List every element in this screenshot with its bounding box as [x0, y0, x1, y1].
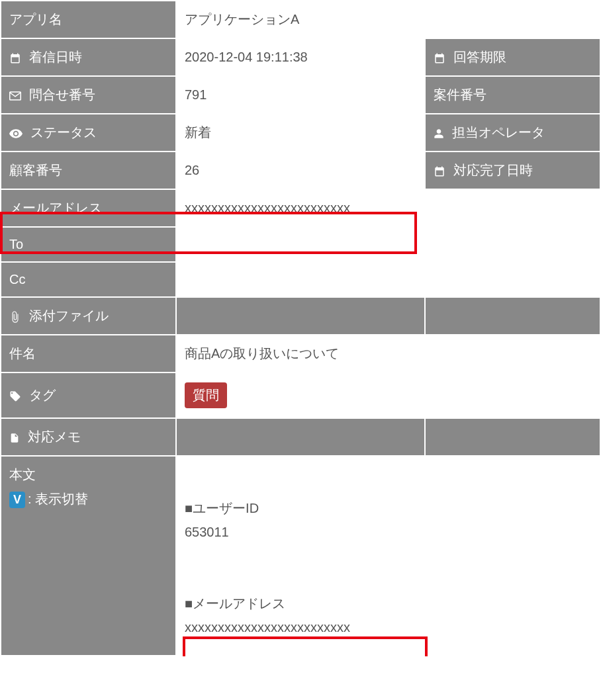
- value-customer-no: 26: [176, 152, 425, 189]
- label-text: Cc: [9, 272, 25, 286]
- detail-panel: アプリ名 アプリケーションA 着信日時 2020-12-04 19:11:38 …: [0, 0, 601, 656]
- label-customer-no: 顧客番号: [1, 152, 176, 189]
- label-memo: 対応メモ: [1, 418, 176, 456]
- label-text: 回答期限: [453, 50, 506, 64]
- filler: [425, 227, 600, 262]
- attachment-span2: [425, 297, 600, 335]
- row-email: メールアドレス xxxxxxxxxxxxxxxxxxxxxxxxx: [1, 189, 600, 227]
- label-body: 本文 V: 表示切替: [1, 456, 176, 656]
- label-text: To: [9, 237, 23, 251]
- value-text: 2020-12-04 19:11:38: [185, 50, 308, 64]
- row-subject: 件名 商品Aの取り扱いについて: [1, 335, 600, 372]
- filler: [425, 189, 600, 227]
- detail-table: アプリ名 アプリケーションA 着信日時 2020-12-04 19:11:38 …: [0, 0, 601, 656]
- filler: [425, 262, 600, 297]
- file-icon: [9, 432, 20, 444]
- filler: [425, 456, 600, 656]
- label-case-no: 案件番号: [425, 76, 600, 114]
- label-tag: タグ: [1, 372, 176, 418]
- row-customer: 顧客番号 26 対応完了日時: [1, 152, 600, 189]
- row-cc: Cc: [1, 262, 600, 297]
- row-to: To: [1, 227, 600, 262]
- user-icon: [434, 128, 444, 140]
- row-tag: タグ 質問: [1, 372, 600, 418]
- label-text: 本文: [9, 466, 167, 484]
- label-app-name: アプリ名: [1, 1, 176, 38]
- value-cc: [176, 262, 425, 297]
- eye-icon: [9, 129, 23, 138]
- value-app-name: アプリケーションA: [176, 1, 425, 38]
- label-text: 顧客番号: [9, 163, 62, 177]
- label-text: 対応完了日時: [453, 163, 533, 177]
- memo-span2: [425, 418, 600, 456]
- row-status: ステータス 新着 担当オペレータ: [1, 114, 600, 152]
- label-text: 対応メモ: [28, 429, 81, 444]
- value-text: 26: [185, 163, 199, 177]
- body-line-email-value: xxxxxxxxxxxxxxxxxxxxxxxxx: [185, 615, 416, 639]
- calendar-icon: [434, 52, 445, 64]
- label-text: アプリ名: [9, 12, 62, 26]
- paperclip-icon: [9, 311, 21, 323]
- label-text: メールアドレス: [9, 200, 102, 215]
- label-subject: 件名: [1, 335, 176, 372]
- body-line-email-label: ■メールアドレス: [185, 591, 416, 615]
- tag-icon: [9, 390, 21, 402]
- value-body: ■ユーザーID 653011 ■メールアドレス xxxxxxxxxxxxxxxx…: [176, 456, 425, 656]
- body-line-userid-value: 653011: [185, 520, 416, 544]
- label-text: 案件番号: [434, 87, 486, 102]
- v-badge: V: [9, 492, 25, 508]
- row-memo: 対応メモ: [1, 418, 600, 456]
- calendar-icon: [434, 165, 445, 177]
- value-text: xxxxxxxxxxxxxxxxxxxxxxxxx: [185, 200, 350, 215]
- value-text: 新着: [185, 125, 211, 140]
- value-tag: 質問: [176, 372, 425, 418]
- row-attachment: 添付ファイル: [1, 297, 600, 335]
- value-text: 商品Aの取り扱いについて: [185, 346, 339, 361]
- value-subject: 商品Aの取り扱いについて: [176, 335, 425, 372]
- label-text: 着信日時: [29, 50, 82, 64]
- label-text: タグ: [29, 388, 56, 402]
- label-deadline: 回答期限: [425, 38, 600, 76]
- value-email: xxxxxxxxxxxxxxxxxxxxxxxxx: [176, 189, 425, 227]
- row-app-name: アプリ名 アプリケーションA: [1, 1, 600, 38]
- attachment-span: [176, 297, 425, 335]
- label-inquiry-no: 問合せ番号: [1, 76, 176, 114]
- label-text: 問合せ番号: [29, 87, 95, 102]
- tag-badge[interactable]: 質問: [185, 382, 227, 408]
- value-to: [176, 227, 425, 262]
- calendar-icon: [9, 52, 21, 64]
- label-to: To: [1, 227, 176, 262]
- value-received: 2020-12-04 19:11:38: [176, 38, 425, 76]
- value-inquiry-no: 791: [176, 76, 425, 114]
- label-text: ステータス: [30, 125, 97, 140]
- envelope-icon: [9, 91, 21, 101]
- label-cc: Cc: [1, 262, 176, 297]
- filler: [425, 1, 600, 38]
- body-line-userid-label: ■ユーザーID: [185, 496, 416, 520]
- row-body: 本文 V: 表示切替 ■ユーザーID 653011 ■メールアドレス xxxxx…: [1, 456, 600, 656]
- label-text: 添付ファイル: [29, 308, 109, 323]
- row-received: 着信日時 2020-12-04 19:11:38 回答期限: [1, 38, 600, 76]
- filler: [425, 335, 600, 372]
- label-text: 担当オペレータ: [452, 125, 545, 140]
- label-completed: 対応完了日時: [425, 152, 600, 189]
- label-status: ステータス: [1, 114, 176, 152]
- row-inquiry: 問合せ番号 791 案件番号: [1, 76, 600, 114]
- label-received: 着信日時: [1, 38, 176, 76]
- label-attachment: 添付ファイル: [1, 297, 176, 335]
- filler: [425, 372, 600, 418]
- label-operator: 担当オペレータ: [425, 114, 600, 152]
- toggle-label: : 表示切替: [28, 492, 88, 506]
- body-content: ■ユーザーID 653011 ■メールアドレス xxxxxxxxxxxxxxxx…: [185, 466, 416, 646]
- value-text: アプリケーションA: [185, 12, 299, 26]
- memo-span: [176, 418, 425, 456]
- label-email: メールアドレス: [1, 189, 176, 227]
- value-status: 新着: [176, 114, 425, 152]
- body-toggle[interactable]: V: 表示切替: [9, 490, 167, 508]
- label-text: 件名: [9, 346, 36, 361]
- value-text: 791: [185, 87, 207, 102]
